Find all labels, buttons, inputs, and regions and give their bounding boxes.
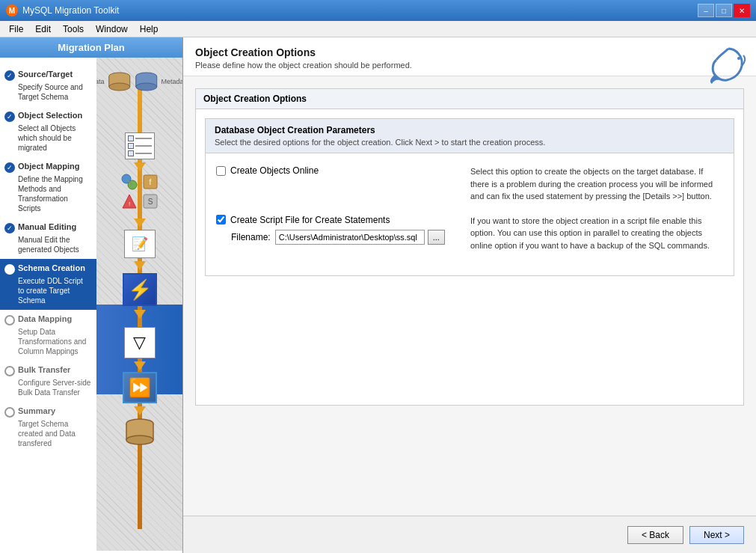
menu-bar: File Edit Tools Window Help	[0, 21, 756, 37]
manual-editing-icon: 📝	[124, 230, 156, 258]
menu-window[interactable]: Window	[90, 22, 134, 36]
filename-label: Filename:	[216, 232, 271, 242]
step-title-source-target: Source/Target	[18, 70, 73, 79]
mysql-logo	[706, 45, 747, 86]
step-desc-summary: Target Schema created and Data transfere…	[4, 419, 90, 448]
filename-row: Filename: ...	[216, 230, 455, 245]
summary-icon	[123, 417, 156, 449]
menu-file[interactable]: File	[3, 22, 29, 36]
svg-text:S: S	[147, 198, 153, 206]
step-title-data-mapping: Data Mapping	[18, 314, 72, 324]
svg-text:f: f	[149, 178, 151, 186]
step-source-target[interactable]: ✓ Source/Target Specify Source and Targe…	[0, 65, 96, 106]
step-data-mapping[interactable]: Data Mapping Setup Data Transformations …	[0, 310, 96, 361]
maximize-button[interactable]: □	[716, 4, 732, 17]
step-desc-schema-creation: Execute DDL Script to create Target Sche…	[4, 276, 90, 305]
data-metadata-icons: Data	[96, 71, 182, 92]
step-title-bulk-transfer: Bulk Transfer	[18, 365, 70, 375]
arrow-2	[134, 219, 146, 227]
step-title-schema-creation: Schema Creation	[18, 263, 85, 273]
step-title-object-mapping: Object Mapping	[18, 162, 80, 171]
title-bar: M MySQL Migration Toolkit – □ ✕	[0, 0, 756, 21]
step-manual-editing[interactable]: ✓ Manual Editing Manual Edit the generat…	[0, 218, 96, 259]
step-bulk-transfer[interactable]: Bulk Transfer Configure Server-side Bulk…	[0, 361, 96, 402]
menu-help[interactable]: Help	[134, 22, 165, 36]
step-object-selection[interactable]: ✓ Object Selection Select all Objects wh…	[0, 106, 96, 157]
window-controls: – □ ✕	[698, 4, 750, 17]
step-object-mapping[interactable]: ✓ Object Mapping Define the Mapping Meth…	[0, 157, 96, 218]
svg-text:!: !	[129, 201, 130, 207]
outer-section: Object Creation Options Database Object …	[195, 88, 744, 406]
create-online-text: Create Objects Online	[230, 165, 319, 176]
minimize-button[interactable]: –	[698, 4, 714, 17]
filename-input[interactable]	[275, 230, 425, 245]
section-header: Object Creation Options	[196, 89, 743, 109]
close-button[interactable]: ✕	[734, 4, 750, 17]
step-summary[interactable]: Summary Target Schema created and Data t…	[0, 402, 96, 453]
step-icon-data-mapping	[4, 315, 15, 326]
menu-tools[interactable]: Tools	[57, 22, 90, 36]
step-icon-object-mapping: ✓	[4, 162, 15, 173]
section-title: Object Creation Options	[203, 94, 307, 104]
create-script-checkbox[interactable]	[216, 215, 226, 224]
step-title-manual-editing: Manual Editing	[18, 222, 76, 232]
footer: < Back Next >	[183, 516, 756, 553]
step-icon-object-selection: ✓	[4, 111, 15, 122]
step-desc-source-target: Specify Source and Target Schema	[4, 82, 90, 102]
content-body: Object Creation Options Database Object …	[183, 76, 756, 516]
create-online-desc: Select this option to create the objects…	[455, 165, 723, 203]
step-title-summary: Summary	[18, 406, 55, 416]
create-script-text: Create Script File for Create Statements	[230, 215, 390, 225]
step-desc-object-mapping: Define the Mapping Methods and Transform…	[4, 174, 90, 213]
sidebar-title: Migration Plan	[0, 37, 182, 58]
page-title: Object Creation Options	[195, 46, 744, 58]
back-button[interactable]: < Back	[627, 526, 683, 544]
step-desc-bulk-transfer: Configure Server-side Bulk Data Transfer	[4, 378, 90, 397]
create-script-desc: If you want to store the object creation…	[455, 215, 723, 252]
step-desc-manual-editing: Manual Edit the generated Objects	[4, 235, 90, 254]
create-online-label[interactable]: Create Objects Online	[216, 165, 455, 176]
create-online-checkbox[interactable]	[216, 166, 226, 176]
option-left-script: Create Script File for Create Statements…	[216, 215, 455, 245]
page-subtitle: Please define how the object creation sh…	[195, 61, 744, 70]
data-mapping-icon: ▽	[124, 327, 156, 358]
step-icon-bulk-transfer	[4, 366, 15, 376]
step-icon-manual-editing: ✓	[4, 223, 15, 233]
step-desc-data-mapping: Setup Data Transformations and Column Ma…	[4, 327, 90, 356]
step-icon-source-target: ✓	[4, 70, 15, 81]
browse-button[interactable]: ...	[428, 230, 445, 245]
step-icon-summary	[4, 407, 15, 418]
svg-point-24	[737, 57, 740, 60]
content-area: Object Creation Options Please define ho…	[183, 37, 756, 553]
content-header: Object Creation Options Please define ho…	[183, 37, 756, 76]
app-title: MySQL Migration Toolkit	[22, 5, 119, 16]
pipeline-area: Data	[96, 58, 182, 551]
param-desc: Select the desired options for the objec…	[215, 138, 725, 147]
svg-point-2	[108, 83, 129, 91]
next-button[interactable]: Next >	[689, 526, 744, 544]
param-header: Database Object Creation Parameters Sele…	[206, 119, 734, 153]
spacer	[196, 285, 743, 405]
arrow-3	[134, 261, 146, 270]
arrow-1	[134, 162, 146, 171]
sidebar: Migration Plan ✓ Source/Target Specify S…	[0, 37, 183, 553]
option-row-script: Create Script File for Create Statements…	[216, 215, 723, 252]
step-schema-creation[interactable]: ● Schema Creation Execute DDL Script to …	[0, 259, 96, 310]
object-mapping-icons: f ! S	[121, 174, 159, 210]
bulk-transfer-icon: ⏩	[123, 372, 157, 403]
option-row-online: Create Objects Online Select this option…	[216, 165, 723, 203]
step-desc-object-selection: Select all Objects which should be migra…	[4, 123, 90, 153]
object-selection-icon	[125, 132, 155, 159]
app-icon: M	[6, 4, 18, 16]
menu-edit[interactable]: Edit	[29, 22, 57, 36]
arrow-5	[134, 361, 146, 370]
step-title-object-selection: Object Selection	[18, 111, 82, 120]
option-left-online: Create Objects Online	[216, 165, 455, 176]
param-title: Database Object Creation Parameters	[215, 125, 725, 135]
svg-point-7	[135, 83, 156, 91]
options-area: Create Objects Online Select this option…	[206, 153, 734, 275]
steps-list: ✓ Source/Target Specify Source and Targe…	[0, 58, 96, 551]
svg-point-21	[126, 436, 153, 444]
create-script-label[interactable]: Create Script File for Create Statements	[216, 215, 455, 225]
arrow-4	[134, 310, 146, 319]
